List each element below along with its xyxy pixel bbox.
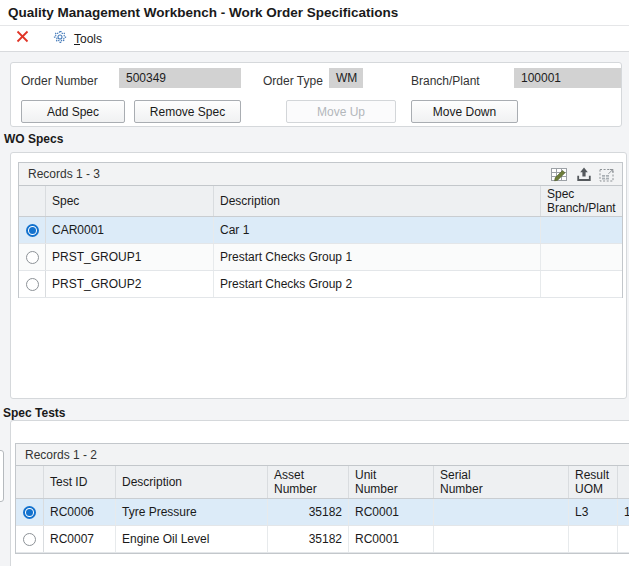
customize-grid-icon[interactable] [551, 167, 569, 182]
gear-icon [52, 29, 68, 49]
spec-tests-section-title: Spec Tests [3, 406, 65, 420]
row-select-radio[interactable] [19, 217, 46, 243]
row-select-radio[interactable] [19, 271, 46, 297]
move-up-button[interactable]: Move Up [286, 100, 396, 123]
order-type-label: Order Type [263, 74, 323, 88]
expand-grid-icon[interactable] [599, 167, 615, 182]
move-down-button[interactable]: Move Down [411, 100, 518, 123]
asset-number-cell: 35182 [268, 526, 349, 552]
order-number-label: Order Number [21, 74, 98, 88]
add-spec-button[interactable]: Add Spec [21, 100, 125, 123]
radio-dot [26, 509, 33, 516]
asset-number-column-header: Asset Number [268, 466, 349, 498]
tools-label: Tools [74, 32, 102, 46]
unit-number-cell: RC0001 [349, 526, 434, 552]
order-type-field[interactable]: WM [329, 68, 363, 88]
tools-menu[interactable]: Tools [52, 29, 102, 49]
spec-tests-records-bar: Records 1 - 2 [16, 444, 629, 466]
table-row[interactable]: PRST_GROUP1 Prestart Checks Group 1 [19, 244, 622, 271]
close-icon [15, 29, 30, 48]
table-row[interactable]: RC0007 Engine Oil Level 35182 RC0001 [16, 526, 629, 553]
result-uom-column-header: Result UOM [569, 466, 618, 498]
description-cell: Car 1 [214, 217, 541, 243]
wo-specs-section-title: WO Specs [4, 132, 63, 146]
spec-branch-plant-cell [541, 271, 622, 297]
spec-tests-record-count: Records 1 - 2 [16, 448, 629, 462]
export-grid-icon[interactable] [577, 167, 591, 182]
row-select-radio[interactable] [16, 499, 44, 525]
spec-branch-plant-cell [541, 217, 622, 243]
order-number-field[interactable]: 500349 [119, 68, 241, 88]
spec-branch-plant-cell [541, 244, 622, 270]
spec-cell: PRST_GROUP2 [46, 271, 214, 297]
spec-tests-header-row: Test ID Description Asset Number Unit Nu… [16, 466, 629, 499]
table-row[interactable]: PRST_GROUP2 Prestart Checks Group 2 [19, 271, 622, 298]
wo-specs-spec-branch-plant-column-header: Spec Branch/Plant [541, 186, 622, 216]
spec-cell: CAR0001 [46, 217, 214, 243]
table-row[interactable]: RC0006 Tyre Pressure 35182 RC0001 L3 1 [16, 499, 629, 526]
wo-specs-grid: Records 1 - 3 [18, 162, 623, 298]
spec-tests-select-column-header [16, 466, 44, 498]
wo-specs-grid-tools [551, 167, 622, 182]
row-select-radio[interactable] [16, 526, 44, 552]
wo-specs-description-column-header: Description [214, 186, 541, 216]
page-title: Quality Management Workbench - Work Orde… [0, 0, 629, 26]
branch-plant-label: Branch/Plant [411, 74, 480, 88]
unit-number-column-header: Unit Number [349, 466, 434, 498]
left-edge-scroll-handle[interactable] [0, 450, 4, 502]
wo-specs-select-column-header [19, 186, 46, 216]
row-select-radio[interactable] [19, 244, 46, 270]
asset-number-cell: 35182 [268, 499, 349, 525]
test-id-cell: RC0007 [44, 526, 116, 552]
description-cell: Prestart Checks Group 2 [214, 271, 541, 297]
radio-dot [26, 536, 33, 543]
description-cell: Engine Oil Level [116, 526, 268, 552]
spec-cell: PRST_GROUP1 [46, 244, 214, 270]
window-titlebar: Quality Management Workbench - Work Orde… [0, 0, 629, 26]
test-id-column-header: Test ID [44, 466, 116, 498]
table-row[interactable]: CAR0001 Car 1 [19, 217, 622, 244]
overflow-cell [618, 526, 629, 552]
wo-specs-records-bar: Records 1 - 3 [19, 163, 622, 186]
description-column-header: Description [116, 466, 268, 498]
description-cell: Prestart Checks Group 1 [214, 244, 541, 270]
overflow-cell: 1 [618, 499, 629, 525]
test-id-cell: RC0006 [44, 499, 116, 525]
radio-dot [29, 254, 36, 261]
serial-number-cell [434, 499, 569, 525]
radio-dot [29, 281, 36, 288]
radio-dot [29, 227, 36, 234]
description-cell: Tyre Pressure [116, 499, 268, 525]
order-header-panel: Order Number 500349 Order Type WM Branch… [10, 62, 622, 127]
branch-plant-field[interactable]: 100001 [514, 68, 621, 88]
overflow-column-header [618, 466, 629, 498]
serial-number-cell [434, 526, 569, 552]
remove-spec-button[interactable]: Remove Spec [134, 100, 241, 123]
result-uom-cell [569, 526, 618, 552]
wo-specs-spec-column-header: Spec [46, 186, 214, 216]
toolbar: Tools [0, 26, 629, 52]
close-button[interactable] [15, 29, 30, 48]
serial-number-column-header: Serial Number [434, 466, 569, 498]
unit-number-cell: RC0001 [349, 499, 434, 525]
spec-tests-grid: Records 1 - 2 Test ID Description Asset … [15, 443, 629, 554]
result-uom-cell: L3 [569, 499, 618, 525]
wo-specs-record-count: Records 1 - 3 [19, 167, 551, 181]
wo-specs-header-row: Spec Description Spec Branch/Plant [19, 186, 622, 217]
